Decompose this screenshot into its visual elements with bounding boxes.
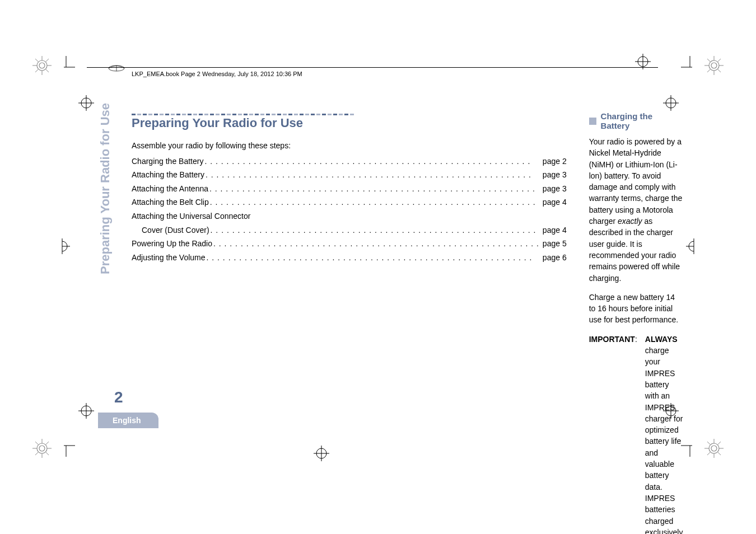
toc-row: Attaching the Belt Clip. . . . . . . . .… xyxy=(132,197,567,208)
toc-page: page 6 xyxy=(540,252,567,264)
toc-leader-dots: . . . . . . . . . . . . . . . . . . . . … xyxy=(203,156,540,167)
svg-line-30 xyxy=(46,442,49,444)
side-chapter-title: Preparing Your Radio for Use xyxy=(98,103,113,274)
svg-line-10 xyxy=(46,59,49,62)
svg-point-23 xyxy=(37,443,47,453)
svg-line-38 xyxy=(707,442,710,444)
toc-leader-dots: . . . . . . . . . . . . . . . . . . . . … xyxy=(206,252,540,264)
toc-page: page 3 xyxy=(540,184,567,195)
drill-mark-icon xyxy=(704,56,724,75)
crop-mark-icon xyxy=(57,56,75,74)
toc-row: Charging the Battery. . . . . . . . . . … xyxy=(132,156,567,167)
para1-pre: Your radio is powered by a Nickel Metal-… xyxy=(589,137,683,226)
registration-half-icon xyxy=(54,238,70,254)
header-filename: LKP_EMEA.book Page 2 Wednesday, July 18,… xyxy=(132,71,302,77)
book-icon xyxy=(108,64,125,74)
toc-label: Charging the Battery xyxy=(132,156,203,167)
drill-mark-icon xyxy=(32,439,52,458)
chapter-title: Preparing Your Radio for Use xyxy=(132,116,567,130)
svg-point-3 xyxy=(37,60,47,71)
svg-line-21 xyxy=(707,69,710,72)
toc-label: Attaching the Antenna xyxy=(132,184,208,195)
svg-line-31 xyxy=(35,452,38,455)
header-rule xyxy=(87,67,658,68)
subheading-row: Charging the Battery xyxy=(589,111,683,130)
toc-page: page 4 xyxy=(540,197,567,208)
toc-row: Attaching the Battery. . . . . . . . . .… xyxy=(132,170,567,181)
svg-line-39 xyxy=(718,452,721,455)
svg-line-28 xyxy=(35,442,38,444)
crop-mark-icon xyxy=(681,439,699,457)
svg-line-18 xyxy=(707,59,710,62)
svg-line-40 xyxy=(718,442,721,444)
toc-label: Attaching the Belt Clip xyxy=(132,197,209,208)
right-column: Charging the Battery Your radio is power… xyxy=(589,109,683,534)
toc-label: Attaching the Battery xyxy=(132,170,204,181)
toc-row: Powering Up the Radio. . . . . . . . . .… xyxy=(132,238,567,250)
svg-point-33 xyxy=(709,443,719,453)
toc-leader-dots: . . . . . . . . . . . . . . . . . . . . … xyxy=(204,170,540,181)
drill-mark-icon xyxy=(704,439,724,458)
registration-mark-icon xyxy=(663,95,679,111)
toc-page: page 4 xyxy=(540,225,567,236)
svg-point-32 xyxy=(711,446,717,451)
toc-leader-dots: . . . . . . . . . . . . . . . . . . . . … xyxy=(212,238,540,250)
subheading-bullet-icon xyxy=(589,118,596,125)
toc-row: Adjusting the Volume . . . . . . . . . .… xyxy=(132,252,567,264)
important-block: IMPORTANT: ALWAYS charge your IMPRES bat… xyxy=(589,334,683,534)
svg-point-12 xyxy=(711,63,717,68)
svg-point-13 xyxy=(709,60,719,71)
svg-line-19 xyxy=(718,69,721,72)
drill-mark-icon xyxy=(32,56,52,75)
page-body: Preparing Your Radio for Use Assemble yo… xyxy=(132,109,596,534)
intro-text: Assemble your radio by following these s… xyxy=(132,140,567,152)
important-text-cell: ALWAYS charge your IMPRES battery with a… xyxy=(637,334,683,534)
svg-line-41 xyxy=(707,452,710,455)
svg-line-8 xyxy=(35,59,38,62)
registration-mark-icon xyxy=(78,95,94,111)
svg-line-29 xyxy=(46,452,49,455)
important-body: charge your IMPRES battery with an IMPRE… xyxy=(645,346,683,534)
toc-row: Cover (Dust Cover). . . . . . . . . . . … xyxy=(132,225,567,236)
body-paragraph: Charge a new battery 14 to 16 hours befo… xyxy=(589,292,683,326)
toc-page: page 2 xyxy=(540,156,567,167)
toc-leader-dots: . . . . . . . . . . . . . . . . . . . . … xyxy=(208,184,540,195)
toc-label: Adjusting the Volume xyxy=(132,252,206,264)
toc-label: Attaching the Universal Connector xyxy=(132,211,250,222)
toc-leader-dots: . . . . . . . . . . . . . . . . . . . . … xyxy=(209,197,540,208)
svg-line-20 xyxy=(718,59,721,62)
registration-mark-icon xyxy=(635,54,651,69)
registration-half-icon xyxy=(686,238,702,254)
toc-row: Attaching the Universal Connector xyxy=(132,211,567,222)
subheading-text: Charging the Battery xyxy=(601,111,683,130)
para1-emphasis: exactly xyxy=(618,217,642,226)
toc-page: page 5 xyxy=(540,238,567,250)
para1-post: as described in the charger user guide. … xyxy=(589,217,680,282)
registration-mark-icon xyxy=(78,403,94,419)
svg-line-11 xyxy=(35,69,38,72)
section-divider xyxy=(132,109,567,114)
svg-point-22 xyxy=(39,446,45,451)
toc-page: page 3 xyxy=(540,170,567,181)
important-label-cell: IMPORTANT: xyxy=(589,334,637,534)
toc-label: Cover (Dust Cover) xyxy=(132,225,209,236)
toc-leader-dots: . . . . . . . . . . . . . . . . . . . . … xyxy=(209,225,540,236)
toc-label: Powering Up the Radio xyxy=(132,238,212,250)
svg-line-9 xyxy=(46,69,49,72)
left-column: Preparing Your Radio for Use Assemble yo… xyxy=(132,109,567,534)
svg-point-2 xyxy=(39,63,45,68)
important-always: ALWAYS xyxy=(645,335,678,344)
table-of-contents: Charging the Battery. . . . . . . . . . … xyxy=(132,156,567,264)
crop-mark-icon xyxy=(681,56,699,74)
crop-mark-icon xyxy=(57,439,75,457)
toc-row: Attaching the Antenna. . . . . . . . . .… xyxy=(132,184,567,195)
page-number: 2 xyxy=(114,388,123,406)
body-paragraph: Your radio is powered by a Nickel Metal-… xyxy=(589,136,683,284)
important-label: IMPORTANT xyxy=(589,335,635,344)
